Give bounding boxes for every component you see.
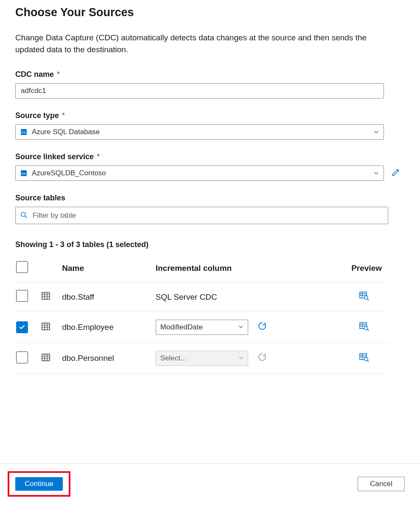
svg-rect-5 xyxy=(42,292,50,299)
preview-button[interactable] xyxy=(359,291,369,303)
edit-linked-service-button[interactable] xyxy=(390,167,402,179)
database-icon: SQL xyxy=(20,128,28,136)
table-name: dbo.Personnel xyxy=(62,343,156,374)
svg-text:SQL: SQL xyxy=(21,131,26,134)
row-checkbox[interactable] xyxy=(16,321,28,333)
source-linked-service-field: Source linked service * SQL AzureSQLDB_C… xyxy=(15,152,405,181)
refresh-columns-button[interactable] xyxy=(256,321,268,333)
refresh-columns-button xyxy=(256,352,268,364)
chevron-down-icon xyxy=(238,354,244,363)
table-icon xyxy=(41,352,51,363)
column-header-name: Name xyxy=(62,261,156,282)
database-icon: SQL xyxy=(20,169,28,177)
svg-text:SQL: SQL xyxy=(21,172,26,175)
required-marker: * xyxy=(62,111,65,120)
table-row: dbo.Employee ModifiedDate xyxy=(15,312,389,343)
cdc-name-label-text: CDC name xyxy=(15,70,54,79)
row-checkbox[interactable] xyxy=(16,290,28,302)
cdc-name-label: CDC name * xyxy=(15,70,405,79)
refresh-icon xyxy=(258,352,267,364)
chevron-down-icon xyxy=(373,129,379,135)
table-icon xyxy=(41,321,51,332)
search-icon xyxy=(20,211,28,220)
source-linked-service-label: Source linked service * xyxy=(15,152,405,161)
table-filter-wrap[interactable] xyxy=(15,207,388,224)
svg-rect-8 xyxy=(42,323,50,330)
required-marker: * xyxy=(97,152,100,161)
pencil-icon xyxy=(391,168,400,179)
cdc-name-input-wrap[interactable] xyxy=(15,83,384,98)
source-tables-label: Source tables xyxy=(15,194,405,202)
incremental-column-select[interactable]: ModifiedDate xyxy=(156,320,248,335)
preview-icon xyxy=(359,353,369,364)
source-type-select[interactable]: SQL Azure SQL Database xyxy=(15,124,384,140)
row-checkbox[interactable] xyxy=(16,351,28,363)
table-name: dbo.Staff xyxy=(62,282,156,312)
incremental-column-value: ModifiedDate xyxy=(160,323,203,332)
select-all-checkbox[interactable] xyxy=(16,261,28,273)
cdc-name-field: CDC name * xyxy=(15,70,405,98)
required-marker: * xyxy=(57,70,60,79)
cdc-name-input[interactable] xyxy=(20,86,379,96)
footer: Continue Cancel xyxy=(0,463,420,506)
preview-icon xyxy=(359,291,369,303)
source-type-label: Source type * xyxy=(15,111,405,120)
showing-count: Showing 1 - 3 of 3 tables (1 selected) xyxy=(15,240,405,249)
source-linked-service-select[interactable]: SQL AzureSQLDB_Contoso xyxy=(15,166,384,181)
table-row: dbo.Personnel Select... xyxy=(15,343,389,374)
preview-button[interactable] xyxy=(359,353,369,364)
source-type-field: Source type * SQL Azure SQL Database xyxy=(15,111,405,140)
continue-button[interactable]: Continue xyxy=(15,477,63,491)
source-type-label-text: Source type xyxy=(15,111,59,120)
chevron-down-icon xyxy=(373,170,379,176)
source-linked-service-value: AzureSQLDB_Contoso xyxy=(32,169,369,177)
table-row: dbo.Staff SQL Server CDC xyxy=(15,282,389,312)
table-icon xyxy=(41,291,51,301)
table-name: dbo.Employee xyxy=(62,312,156,343)
incremental-column-value: Select... xyxy=(160,354,186,363)
table-filter-input[interactable] xyxy=(32,211,384,220)
refresh-icon xyxy=(258,321,267,333)
page-title: Choose Your Sources xyxy=(15,6,405,19)
column-header-incremental: Incremental column xyxy=(156,261,339,282)
chevron-down-icon xyxy=(238,323,244,332)
source-linked-service-label-text: Source linked service xyxy=(15,152,94,161)
column-header-preview: Preview xyxy=(339,261,389,282)
source-type-value: Azure SQL Database xyxy=(32,128,369,136)
preview-icon xyxy=(359,322,369,333)
continue-highlight: Continue xyxy=(8,471,70,497)
source-tables-field: Source tables xyxy=(15,194,405,224)
cancel-button[interactable]: Cancel xyxy=(358,477,405,491)
preview-button[interactable] xyxy=(359,322,369,333)
incremental-column-text: SQL Server CDC xyxy=(156,282,339,312)
incremental-column-select[interactable]: Select... xyxy=(156,351,248,366)
svg-rect-11 xyxy=(42,354,50,361)
source-tables-table: Name Incremental column Preview xyxy=(15,261,389,374)
page-description: Change Data Capture (CDC) automatically … xyxy=(15,32,397,56)
